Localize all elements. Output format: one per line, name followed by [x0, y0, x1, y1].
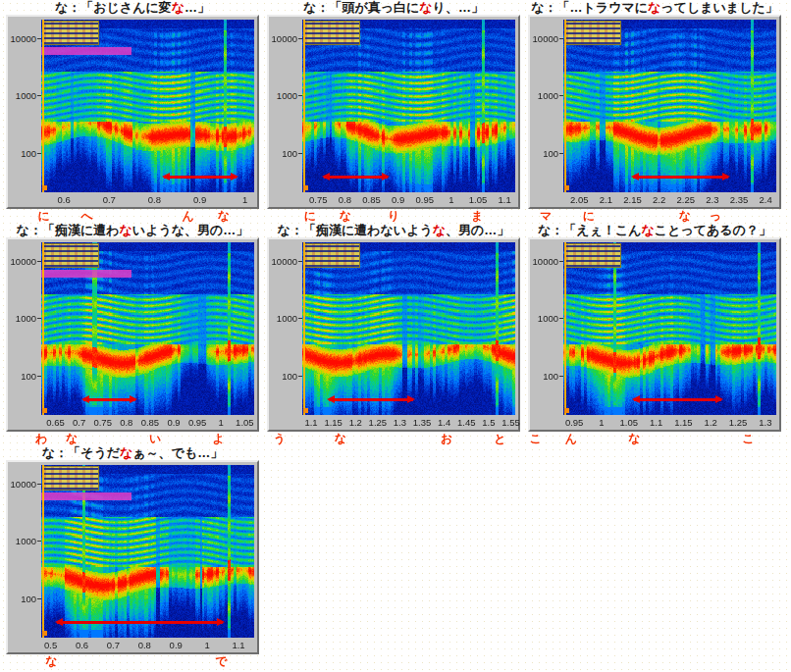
spectrogram-frame: 100001000100 0.750.80.850.90.9511.051.1 — [267, 15, 520, 209]
highlighted-mora-text: な — [433, 223, 446, 237]
spectrogram-frame: 100001000100 2.052.12.152.22.252.32.352.… — [528, 15, 781, 209]
utterance-title: な：「えぇ！こんなことってあるの？」 — [528, 223, 781, 237]
mora-annotation-char: わ — [35, 432, 47, 445]
x-tick-label: 0.95 — [188, 417, 207, 428]
watermark-logo-icon — [564, 21, 621, 45]
row-2: な：「痴漢に遭わないような、男の…」 100001000100 0.650.70… — [6, 223, 791, 445]
x-axis: 2.052.12.152.22.252.32.352.4 — [563, 192, 776, 207]
spectrogram-frame: 100001000100 0.50.60.70.80.911.1 — [6, 460, 259, 654]
y-axis: 100001000100 — [8, 465, 41, 638]
x-axis: 1.11.151.21.251.31.351.41.451.51.55 — [302, 415, 515, 430]
x-tick-label: 1.55 — [501, 417, 520, 428]
x-tick-label: 0.7 — [107, 640, 120, 650]
cursor-line — [42, 20, 44, 192]
x-tick-label: 0.8 — [339, 194, 351, 205]
spectrogram-plot — [302, 20, 515, 192]
x-tick-label: 0.75 — [309, 194, 328, 205]
x-tick-label: 1.1 — [304, 417, 317, 428]
x-tick-label: 0.9 — [193, 194, 206, 205]
time-span-arrow-icon — [633, 176, 729, 179]
x-tick-label: 1.05 — [620, 417, 639, 428]
utterance-title: な：「…トラウマになってしまいました」 — [528, 0, 781, 15]
time-span-arrow-icon — [57, 621, 223, 624]
x-tick-label: 1.4 — [438, 417, 450, 428]
mora-annotations: にへんな — [6, 209, 259, 223]
x-tick-label: 0.5 — [44, 640, 57, 650]
y-tick-label: 1000 — [16, 536, 36, 546]
y-tick-label: 1000 — [538, 313, 558, 324]
watermark-logo-icon — [42, 466, 99, 491]
spectrogram-panel: な：「おじさんに変な…」 100001000100 0.60.70.80.91 … — [6, 0, 259, 223]
y-tick-label: 1000 — [16, 313, 36, 324]
utterance-title: な：「そうだなぁ～、でも…」 — [6, 445, 259, 460]
x-tick-label: 1.2 — [705, 417, 717, 428]
x-axis: 0.750.80.850.90.9511.051.1 — [302, 192, 515, 207]
y-tick-label: 100 — [543, 370, 558, 381]
x-tick-label: 0.9 — [167, 417, 180, 428]
x-tick-label: 0.7 — [73, 417, 85, 428]
row-3: な：「そうだなぁ～、でも…」 100001000100 0.50.60.70.8… — [6, 445, 791, 668]
y-axis: 100001000100 — [269, 242, 302, 415]
x-tick-label: 1.05 — [469, 194, 488, 205]
x-axis: 0.650.70.750.80.850.90.9511.05 — [41, 415, 254, 430]
title-text: ってしまいました」 — [660, 0, 777, 15]
y-tick-label: 10000 — [11, 33, 36, 44]
y-tick-label: 10000 — [533, 33, 558, 44]
x-tick-label: 1.3 — [394, 417, 406, 428]
mora-annotation-char: ん — [183, 209, 194, 223]
y-tick-label: 100 — [21, 370, 36, 381]
spectrogram-plot — [563, 20, 776, 192]
mora-annotation-char: こ — [530, 432, 542, 445]
title-text: ぁ～、でも…」 — [132, 445, 223, 460]
spectrogram-panel: な：「そうだなぁ～、でも…」 100001000100 0.50.60.70.8… — [6, 445, 259, 668]
x-tick-label: 1.1 — [232, 640, 244, 650]
x-tick-label: 1.1 — [499, 194, 511, 205]
title-text: な：「痴漢に遭わ — [17, 223, 120, 237]
spectrogram-frame: 100001000100 0.60.70.80.91 — [6, 15, 259, 209]
cursor-line — [42, 242, 44, 415]
y-axis: 100001000100 — [8, 20, 41, 192]
x-tick-label: 2.35 — [730, 194, 749, 205]
x-tick-label: 0.75 — [93, 417, 112, 428]
mora-annotation-char: な — [45, 654, 57, 668]
mora-annotations: うなおと — [267, 432, 520, 445]
watermark-pink-strip — [41, 270, 132, 278]
mora-annotation-char: へ — [80, 209, 92, 223]
highlighted-mora-text: な — [648, 0, 660, 15]
title-text: り、…」 — [433, 0, 484, 15]
x-tick-label: 2.2 — [653, 194, 665, 205]
mora-annotation-char: い — [149, 432, 161, 445]
x-tick-label: 2.3 — [706, 194, 718, 205]
highlighted-mora-text: な — [642, 223, 655, 237]
y-tick-label: 100 — [282, 147, 297, 158]
x-tick-label: 0.8 — [138, 640, 151, 650]
watermark-logo-icon — [303, 243, 360, 268]
x-tick-label: 0.85 — [362, 194, 381, 205]
mora-annotations: になりま — [267, 209, 520, 223]
y-tick-label: 1000 — [277, 90, 297, 101]
x-tick-label: 2.25 — [677, 194, 696, 205]
x-tick-label: 1 — [448, 194, 453, 205]
y-tick-label: 1000 — [538, 90, 558, 101]
spectrogram-panel: な：「…トラウマになってしまいました」 100001000100 2.052.1… — [528, 0, 781, 223]
x-tick-label: 1.45 — [457, 417, 476, 428]
x-tick-label: 1.05 — [236, 417, 254, 428]
spectrogram-plot — [41, 242, 254, 415]
spectrogram-panel: な：「えぇ！こんなことってあるの？」 100001000100 0.9511.0… — [528, 223, 781, 445]
x-tick-label: 2.1 — [600, 194, 612, 205]
x-tick-label: 0.7 — [103, 194, 116, 205]
x-tick-label: 0.85 — [141, 417, 160, 428]
spectrogram-plot — [41, 20, 254, 192]
spectrogram-frame: 100001000100 0.9511.051.11.151.21.251.3 — [528, 237, 781, 432]
mora-annotation-char: お — [441, 432, 452, 445]
x-tick-label: 0.95 — [565, 417, 584, 428]
x-tick-label: 2.05 — [570, 194, 589, 205]
y-axis: 100001000100 — [269, 20, 302, 192]
time-span-arrow-icon — [634, 398, 721, 401]
title-text: な：「頭が真っ白に — [303, 0, 419, 15]
x-tick-label: 0.9 — [170, 640, 183, 650]
spectrogram-plot — [563, 242, 776, 415]
y-axis: 100001000100 — [530, 20, 563, 192]
mora-annotation-char: に — [583, 209, 595, 223]
row-1: な：「おじさんに変な…」 100001000100 0.60.70.80.91 … — [6, 0, 791, 223]
